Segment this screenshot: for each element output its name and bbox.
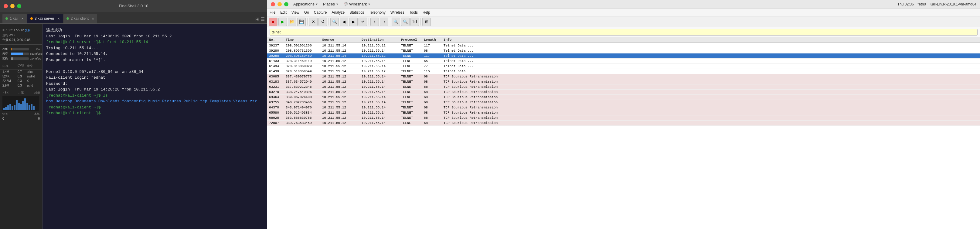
ws-menu-wireless[interactable]: Wireless [390,10,404,14]
term-text-11: Last login: Thu Mar 19 14:28:28 from 10.… [46,87,160,92]
packet-row-14[interactable]: 68025 363.586830756 10.211.55.12 10.211.… [267,115,980,121]
packet-dst-5: 10.211.55.12 [361,70,401,73]
ws-back-button[interactable]: ◀ [340,17,348,26]
swap-value: 194M/2G [30,57,40,60]
terminal[interactable]: 连接成功 Last login: Thu Mar 19 14:06:39 202… [43,24,267,229]
tab-2-kali-client[interactable]: 2 kali client ✕ [64,14,97,23]
packet-row-11[interactable]: 63755 340.702733466 10.211.55.12 10.211.… [267,100,980,105]
wireshark-menu: File Edit View Go Capture Analyze Statis… [267,8,980,16]
ws-menu-statistics[interactable]: Statistics [350,10,364,14]
packet-dst-1: 10.211.55.14 [361,49,401,52]
close-button[interactable] [4,4,8,8]
packet-row-10[interactable]: 63464 339.067024400 10.211.55.12 10.211.… [267,95,980,100]
tab-3-close[interactable]: ✕ [92,17,94,20]
term-line-11: Last login: Thu Mar 19 14:28:28 from 10.… [46,87,264,93]
ws-jump-button[interactable]: ↵ [358,17,367,26]
packet-len-10: 68 [424,95,444,99]
mem-row: 内存 653M/986M [2,52,40,56]
packet-no-8: 63231 [269,85,286,89]
packet-row-13[interactable]: 65580 350.515493834 10.211.55.12 10.211.… [267,110,980,115]
ws-stop-button[interactable]: ■ [269,17,277,26]
packet-row-3[interactable]: 61433 328.311469119 10.211.55.12 10.211.… [267,59,980,64]
net-up-label: ↑ 8K [2,91,8,94]
minimize-button[interactable] [10,4,14,8]
finalshell-panel: FinalShell 3.0.10 1 kali ✕ 3 kali server… [0,0,267,229]
ws-restart-button[interactable]: ▶ [278,17,287,26]
packet-dst-8: 10.211.55.14 [361,85,401,89]
grid-view-button[interactable]: ⊞ [255,16,259,22]
ws-menu-view[interactable]: View [291,10,299,14]
packet-time-6: 337.430079773 [286,75,322,78]
swap-bar-track [11,57,29,60]
packet-row-0[interactable]: 39237 208.591061266 10.211.55.14 10.211.… [267,43,980,48]
packet-dst-2: 10.211.55.12 [361,54,401,58]
tab-3-label: 2 kali client [71,16,89,21]
packet-dst-13: 10.211.55.14 [361,111,401,114]
wireshark-filter-bar: telnet [267,27,980,37]
tab-2-close[interactable]: ✕ [57,17,60,20]
packet-info-6: TCP Spurious Retransmission [444,75,978,78]
maximize-button[interactable] [17,4,21,8]
tab-1-kali[interactable]: 1 kali ✕ [2,14,27,23]
ws-open-button[interactable]: 📂 [288,17,296,26]
places-menu[interactable]: Places ▼ [323,2,339,6]
packet-time-0: 208.591061266 [286,44,322,48]
packet-list[interactable]: No. Time Source Destination Protocol Len… [267,37,980,229]
ws-zoom-actual-button[interactable]: 1:1 [410,17,419,26]
macos-window-controls [271,2,288,6]
ws-menu-tools[interactable]: Tools [409,10,418,14]
ws-menu-file[interactable]: File [270,10,275,14]
packet-info-1: Telnet Data ... [444,49,978,52]
packet-info-10: TCP Spurious Retransmission [444,95,978,99]
macos-minimize-button[interactable] [277,2,282,6]
ws-menu-analyze[interactable]: Analyze [332,10,345,14]
packet-row-15[interactable]: 72807 389.763583459 10.211.55.12 10.211.… [267,121,980,126]
net-rx: 0 [2,117,4,120]
packet-info-5: Telnet Data ... [444,70,978,73]
proc-col-mem: 内存 [2,64,18,68]
ws-close-button[interactable]: ✕ [309,17,318,26]
macos-close-button[interactable] [271,2,275,6]
ws-zoom-out-button[interactable]: 🔍 [401,17,410,26]
packet-row-4[interactable]: 61434 328.313860029 10.211.55.12 10.211.… [267,64,980,69]
proc-col-cmd: 命令 [27,64,40,68]
proc-col-cpu: CPU [18,64,27,68]
ws-columns-button[interactable]: ⊞ [422,17,431,26]
ws-menu-help[interactable]: Help [423,10,430,14]
term-text-4: Trying 10.211.55.14... [46,46,99,51]
ws-reload-button[interactable]: ↺ [318,17,327,26]
spark-bar-4 [10,104,11,110]
ws-find-button[interactable]: 🔍 [330,17,339,26]
ws-forward-button[interactable]: ▶ [349,17,358,26]
packet-src-1: 10.211.55.12 [322,49,361,52]
packet-row-1[interactable]: 39280 208.895731390 10.211.55.12 10.211.… [267,48,980,54]
ws-menu-telephony[interactable]: Telephony [369,10,385,14]
tab-1-close[interactable]: ✕ [21,17,24,20]
macos-maximize-button[interactable] [284,2,288,6]
packet-info-12: TCP Spurious Retransmission [444,106,978,109]
ws-menu-edit[interactable]: Edit [280,10,286,14]
packet-no-2: 39280 [269,54,286,58]
packet-no-1: 39280 [269,49,286,52]
packet-row-7[interactable]: 63183 337.634572940 10.211.55.12 10.211.… [267,79,980,84]
menu-button[interactable]: ☰ [261,16,265,22]
packet-row-8[interactable]: 63231 337.839212346 10.211.55.12 10.211.… [267,84,980,90]
packet-row-5[interactable]: 61439 328.518368549 10.211.55.14 10.211.… [267,69,980,74]
packet-row-9[interactable]: 63270 338.247540896 10.211.55.12 10.211.… [267,90,980,95]
ws-save-button[interactable]: 💾 [297,17,306,26]
term-line-14: [redhat@kali-client ~]$ [46,105,264,111]
ws-menu-capture[interactable]: Capture [314,10,327,14]
ws-menu-go[interactable]: Go [304,10,309,14]
packet-row-12[interactable]: 64370 343.971494976 10.211.55.12 10.211.… [267,105,980,110]
ws-zoom-in-button[interactable]: 🔍 [391,17,400,26]
applications-menu[interactable]: Applications ▼ [293,2,318,6]
ws-next-button[interactable]: ⟩ [380,17,388,26]
wireshark-menu[interactable]: 🦈 Wireshark ▼ [344,2,371,6]
packet-row-6[interactable]: 63085 337.430079773 10.211.55.12 10.211.… [267,74,980,79]
ws-prev-button[interactable]: ⟨ [371,17,379,26]
packet-info-9: TCP Spurious Retransmission [444,90,978,94]
wireshark-filter-input[interactable]: telnet [270,29,978,35]
packet-row-2[interactable]: 39280 208.896169469 10.211.55.14 10.211.… [267,54,980,59]
copy-button[interactable]: 复制 [25,28,30,32]
tab-3-kali-server[interactable]: 3 kali server ✕ [27,14,63,23]
